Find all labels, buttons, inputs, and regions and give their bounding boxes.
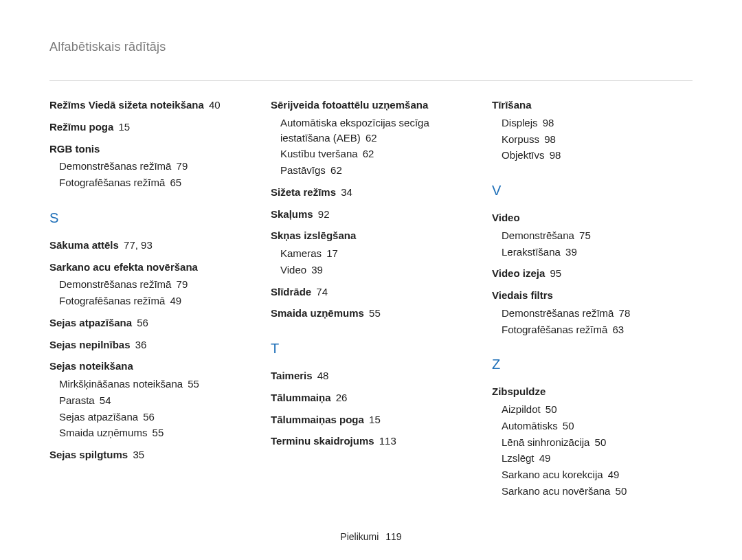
index-entry[interactable]: Sižeta režīms 34	[271, 185, 469, 200]
index-entry[interactable]: Sejas atpazīšana 56	[49, 315, 247, 331]
sub-entry-label: Aizpildot	[502, 403, 541, 415]
index-entry[interactable]: Sejas nepilnības 36	[49, 337, 247, 352]
sub-entries: Kameras 17Video 39	[280, 246, 469, 278]
index-column: TīrīšanaDisplejs 98Korpuss 98Objektīvs 9…	[492, 98, 690, 506]
sub-entry[interactable]: Demonstrēšanas režīmā 79	[59, 159, 247, 174]
sub-entry[interactable]: Fotografēšanas režīmā 65	[59, 175, 247, 190]
index-column: Režīms Viedā sižeta noteikšana 40Režīmu …	[49, 98, 247, 506]
entry-term: Sejas nepilnības	[49, 339, 131, 350]
entry-pages: 92	[315, 208, 330, 220]
index-entry[interactable]: Terminu skaidrojums 113	[271, 434, 469, 449]
entry-pages: 26	[333, 392, 348, 403]
index-entry[interactable]: Tālummaiņas poga 15	[271, 412, 469, 427]
sub-entry[interactable]: Demonstrēšanas režīmā 78	[502, 306, 690, 321]
index-entry[interactable]: Video izeja 95	[492, 266, 690, 281]
sub-entry[interactable]: Lerakstīšana 39	[502, 245, 690, 260]
sub-entries: Aizpildot 50Automātisks 50Lēnā sinhroniz…	[502, 402, 690, 499]
sub-entry[interactable]: Video 39	[280, 262, 469, 278]
index-entry[interactable]: Režīmu poga 15	[49, 120, 247, 135]
sub-entry-label: Kameras	[280, 247, 322, 259]
sub-entry-pages: 50	[612, 485, 627, 497]
entry-pages: 95	[547, 267, 561, 279]
sub-entry-label: Objektīvs	[502, 149, 545, 161]
index-entry[interactable]: Skņas izslēgšanaKameras 17Video 39	[271, 228, 469, 277]
sub-entry[interactable]: Fotografēšanas režīmā 49	[59, 293, 247, 309]
index-entry[interactable]: Sejas noteikšanaMirkšķināšanas noteikšan…	[49, 359, 247, 440]
index-entry[interactable]: RGB tonisDemonstrēšanas režīmā 79Fotogra…	[49, 142, 247, 190]
sub-entry[interactable]: Sarkano acu korekcija 49	[502, 467, 690, 482]
sub-entry-label: Fotografēšanas režīmā	[59, 295, 165, 306]
entry-pages: 48	[315, 370, 329, 381]
entry-term: Taimeris	[271, 370, 313, 381]
sub-entry[interactable]: Mirkšķināšanas noteikšana 55	[59, 377, 247, 392]
entry-term: Slīdrāde	[271, 286, 311, 298]
entry-term: Smaida uzņēmums	[271, 307, 364, 319]
sub-entry[interactable]: Sarkano acu novēršana 50	[502, 484, 690, 499]
index-entry[interactable]: Skaļums 92	[271, 207, 469, 222]
index-entry[interactable]: VideoDemonstrēšana 75Lerakstīšana 39	[492, 210, 690, 259]
sub-entry-pages: 17	[324, 247, 338, 259]
sub-entry-pages: 50	[543, 403, 557, 415]
sub-entry[interactable]: Kustību tveršana 62	[280, 146, 469, 161]
index-entry[interactable]: ZibspuldzeAizpildot 50Automātisks 50Lēnā…	[492, 384, 690, 498]
index-entry[interactable]: TīrīšanaDisplejs 98Korpuss 98Objektīvs 9…	[492, 98, 690, 163]
sub-entry-pages: 62	[363, 132, 377, 144]
sub-entry-label: Fotografēšanas režīmā	[59, 177, 165, 188]
index-entry[interactable]: Viedais filtrsDemonstrēšanas režīmā 78Fo…	[492, 288, 690, 337]
entry-term: RGB tonis	[49, 143, 100, 155]
sub-entry[interactable]: Demonstrēšana 75	[502, 228, 690, 243]
entry-pages: 56	[134, 317, 148, 328]
sub-entries: Demonstrēšana 75Lerakstīšana 39	[502, 228, 690, 260]
entry-pages: 55	[366, 307, 381, 319]
entry-pages: 36	[133, 339, 147, 350]
sub-entry[interactable]: Parasta 54	[59, 393, 247, 408]
index-entry[interactable]: Sejas spilgtums 35	[49, 447, 247, 462]
entry-pages: 15	[115, 121, 130, 133]
sub-entry[interactable]: Automātisks 50	[502, 418, 690, 434]
sub-entry-pages: 39	[308, 264, 323, 276]
entry-term: Sejas noteikšana	[49, 360, 133, 372]
sub-entry[interactable]: Fotografēšanas režīmā 63	[502, 322, 690, 337]
sub-entry[interactable]: Pastāvīgs 62	[280, 163, 469, 178]
sub-entry[interactable]: Objektīvs 98	[502, 148, 690, 163]
section-letter: V	[492, 181, 690, 201]
index-entry[interactable]: Slīdrāde 74	[271, 284, 469, 300]
entry-term: Zibspuldze	[492, 385, 546, 397]
sub-entry[interactable]: Korpuss 98	[502, 132, 690, 147]
section-letter: S	[49, 208, 247, 228]
title-rule	[49, 80, 693, 81]
index-entry[interactable]: Taimeris 48	[271, 368, 469, 383]
sub-entry-label: Smaida uzņēmums	[59, 427, 147, 438]
sub-entry-pages: 54	[97, 394, 111, 406]
sub-entry[interactable]: Aizpildot 50	[502, 402, 690, 417]
sub-entry[interactable]: Automātiska ekspozīcijas secīga iestatīš…	[280, 115, 469, 146]
index-entry[interactable]: Sērijveida fotoattēlu uzņemšanaAutomātis…	[271, 98, 469, 178]
sub-entries: Demonstrēšanas režīmā 78Fotografēšanas r…	[502, 306, 690, 337]
sub-entry-label: Video	[280, 264, 306, 276]
sub-entry-pages: 55	[149, 427, 164, 438]
entry-term: Sākuma attēls	[49, 239, 119, 251]
index-entry[interactable]: Sākuma attēls 77, 93	[49, 238, 247, 253]
sub-entry-pages: 75	[576, 229, 591, 241]
sub-entry-pages: 79	[173, 278, 188, 290]
sub-entry[interactable]: Kameras 17	[280, 246, 469, 261]
sub-entry[interactable]: Lēnā sinhronizācija 50	[502, 435, 690, 450]
sub-entry[interactable]: Demonstrēšanas režīmā 79	[59, 277, 247, 292]
sub-entries: Demonstrēšanas režīmā 79Fotografēšanas r…	[59, 277, 247, 309]
sub-entry[interactable]: Displejs 98	[502, 115, 690, 131]
sub-entry[interactable]: Lzslēgt 49	[502, 451, 690, 466]
index-entry[interactable]: Režīms Viedā sižeta noteikšana 40	[49, 98, 247, 113]
sub-entry-label: Sarkano acu korekcija	[502, 469, 603, 480]
sub-entry-label: Demonstrēšanas režīmā	[502, 307, 614, 319]
sub-entry[interactable]: Smaida uzņēmums 55	[59, 425, 247, 440]
sub-entry-label: Kustību tveršana	[280, 148, 358, 159]
sub-entry-label: Mirkšķināšanas noteikšana	[59, 378, 183, 390]
sub-entry-pages: 98	[547, 149, 561, 161]
index-entry[interactable]: Sarkano acu efekta novēršanaDemonstrēšan…	[49, 260, 247, 309]
sub-entry[interactable]: Sejas atpazīšana 56	[59, 410, 247, 425]
sub-entry-pages: 98	[540, 117, 554, 128]
sub-entry-label: Demonstrēšanas režīmā	[59, 160, 171, 172]
entry-term: Sarkano acu efekta novēršana	[49, 261, 198, 273]
index-entry[interactable]: Tālummaiņa 26	[271, 390, 469, 405]
index-entry[interactable]: Smaida uzņēmums 55	[271, 306, 469, 321]
